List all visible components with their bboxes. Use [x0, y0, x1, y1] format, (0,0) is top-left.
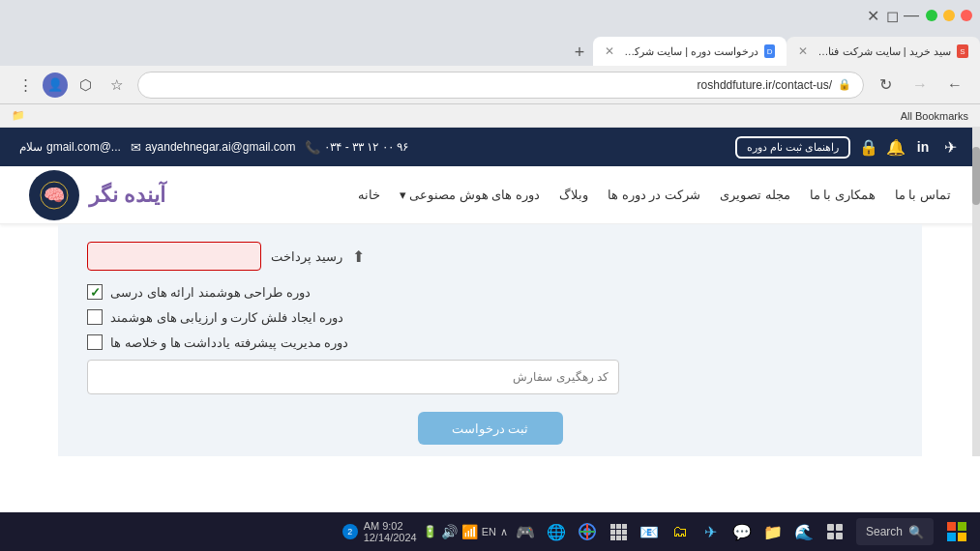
svg-rect-12: [622, 524, 627, 529]
url-bar[interactable]: 🔒 roshddfuture.ir/contact-us/: [137, 72, 864, 99]
volume-icon[interactable]: 🔊: [441, 524, 458, 539]
bookmark-star-icon[interactable]: ☆: [103, 72, 130, 99]
logo-icon: 🧠: [29, 170, 79, 220]
course3-row: دوره مدیریت پیشرفته یادداشت ها و خلاصه ه…: [87, 334, 893, 350]
forward-btn[interactable]: →: [906, 72, 934, 99]
new-tab-btn[interactable]: +: [566, 39, 593, 66]
clock-time: 9:02 AM: [364, 520, 403, 532]
tab-1[interactable]: S سید خرید | سایت شرکت فناور آینده ✕: [787, 37, 980, 66]
taskbar-right: ∧ EN 📶 🔊 🔋 9:02 AM 12/14/2024 2: [342, 520, 508, 543]
nav-participate[interactable]: شرکت در دوره ها: [608, 188, 700, 202]
nav-home[interactable]: خانه: [358, 188, 380, 202]
svg-rect-14: [616, 530, 621, 535]
minimize-window-btn[interactable]: [943, 10, 955, 21]
svg-rect-9: [836, 533, 843, 539]
svg-rect-7: [836, 524, 843, 531]
profile-icon[interactable]: 👤: [43, 72, 68, 98]
close-btn[interactable]: ✕: [866, 9, 879, 22]
clock-date: 12/14/2024: [364, 532, 417, 543]
receipt-row: ⬆ رسید پرداخت: [87, 242, 893, 271]
website-content: ✈ in 🔔 🔒 راهنمای ثبت نام دوره 📞 ۰۳۴ - ۳۳…: [0, 128, 980, 456]
telegram-taskbar-icon[interactable]: ✈: [698, 518, 725, 545]
svg-rect-6: [827, 524, 834, 531]
notification-badge[interactable]: 2: [342, 524, 358, 539]
tab-2-title: درخواست دوره | سایت شرکت فناور آینده: [620, 45, 758, 58]
nav-ai-courses[interactable]: دوره های هوش مصنوعی ▾: [400, 188, 540, 202]
lock-icon: 🔒: [838, 78, 851, 91]
taskbar-clock[interactable]: 9:02 AM 12/14/2024: [364, 520, 417, 543]
teams-icon[interactable]: 💬: [728, 518, 756, 545]
close-window-btn[interactable]: [961, 10, 972, 21]
toolbar-icons: ☆ ⬡ 👤 ⋮: [12, 72, 130, 99]
register-guide-btn[interactable]: راهنمای ثبت نام دوره: [735, 136, 850, 159]
course1-checkbox[interactable]: ✓: [87, 284, 103, 300]
tab-1-favicon: S: [957, 44, 968, 58]
nav-blog[interactable]: وبلاگ: [559, 188, 588, 202]
notification-icon[interactable]: 🔔: [885, 136, 906, 158]
greeting-text: سلام: [19, 140, 43, 154]
share-icon[interactable]: ⬆: [352, 247, 365, 266]
edge-icon[interactable]: 🌊: [790, 518, 817, 545]
chrome-icon[interactable]: [574, 518, 601, 545]
tracking-input[interactable]: [87, 360, 619, 394]
email-icon: ✉: [131, 140, 141, 155]
taskbar-search-box[interactable]: 🔍 Search: [856, 518, 934, 545]
nav-contact[interactable]: تماس با ما: [895, 188, 951, 202]
bookmarks-bar: All Bookmarks 📁: [0, 104, 980, 128]
top-banner: ✈ in 🔔 🔒 راهنمای ثبت نام دوره 📞 ۰۳۴ - ۳۳…: [0, 128, 980, 166]
course2-checkbox[interactable]: [87, 309, 103, 325]
start-button[interactable]: [941, 516, 972, 547]
tray-up-icon[interactable]: ∧: [500, 526, 508, 538]
mail-icon[interactable]: 📧: [636, 518, 663, 545]
banner-left: ✈ in 🔔 🔒 راهنمای ثبت نام دوره: [735, 136, 961, 159]
scrollbar[interactable]: [972, 128, 980, 456]
browser2-icon[interactable]: 🌐: [543, 518, 570, 545]
svg-rect-4: [947, 533, 956, 541]
tab-2-close[interactable]: ✕: [605, 44, 614, 58]
svg-rect-16: [610, 536, 615, 540]
minimize-btn[interactable]: —: [905, 9, 918, 22]
logo-text: آینده نگر: [89, 183, 165, 208]
nav-cooperation[interactable]: همکاری با ما: [810, 188, 876, 202]
svg-rect-15: [622, 530, 627, 535]
back-btn[interactable]: ←: [941, 72, 968, 99]
telegram-icon[interactable]: ✈: [939, 136, 961, 158]
submit-btn[interactable]: ثبت درخواست: [418, 412, 563, 445]
lock-banner-icon[interactable]: 🔒: [858, 136, 879, 158]
extensions-icon[interactable]: ⬡: [72, 72, 99, 99]
svg-rect-10: [610, 524, 615, 529]
system-tray-icons: ∧ EN 📶 🔊 🔋: [423, 524, 508, 539]
tab-1-close[interactable]: ✕: [798, 44, 808, 58]
maximize-window-btn[interactable]: [926, 10, 937, 21]
battery-icon[interactable]: 🔋: [423, 525, 437, 538]
linkedin-icon[interactable]: in: [912, 136, 934, 158]
receipt-input[interactable]: [87, 242, 261, 271]
game-icon[interactable]: 🎮: [512, 518, 539, 545]
course1-label: دوره طراحی هوشمند ارائه های درسی: [110, 285, 311, 300]
course3-checkbox[interactable]: [87, 334, 103, 350]
keyboard-icon[interactable]: EN: [482, 526, 496, 537]
banner-social-icons: ✈ in 🔔 🔒: [858, 136, 961, 158]
apps-icon[interactable]: [605, 518, 632, 545]
nav-ai-courses-label: دوره های هوش مصنوعی: [409, 188, 540, 202]
tabs-bar: S سید خرید | سایت شرکت فناور آینده ✕ D د…: [0, 31, 980, 66]
email-area: ayandehnegar.ai@gmail.com ✉: [131, 140, 296, 155]
title-bar: — ◻ ✕: [0, 0, 980, 31]
svg-rect-18: [622, 536, 627, 540]
course2-label: دوره ایجاد فلش کارت و ارزیابی های هوشمند: [110, 310, 343, 325]
nav-magazine[interactable]: مجله تصویری: [720, 188, 790, 202]
folder2-icon[interactable]: 🗂: [667, 518, 694, 545]
phone-area: 📞 ۰۳۴ - ۳۳ ۱۲ ۰۰ ۹۶: [305, 140, 408, 155]
svg-rect-17: [616, 536, 621, 540]
svg-rect-3: [958, 522, 966, 531]
tab-2[interactable]: D درخواست دوره | سایت شرکت فناور آینده ✕: [593, 37, 787, 66]
checkmark-icon: ✓: [90, 285, 101, 300]
svg-rect-8: [827, 533, 834, 539]
svg-text:🧠: 🧠: [44, 185, 66, 206]
restore-btn[interactable]: ◻: [885, 9, 899, 22]
task-view-icon[interactable]: [821, 518, 848, 545]
menu-icon[interactable]: ⋮: [12, 72, 39, 99]
file-explorer-icon[interactable]: 📁: [759, 518, 787, 545]
wifi-icon[interactable]: 📶: [461, 524, 478, 539]
refresh-btn[interactable]: ↻: [872, 72, 899, 99]
